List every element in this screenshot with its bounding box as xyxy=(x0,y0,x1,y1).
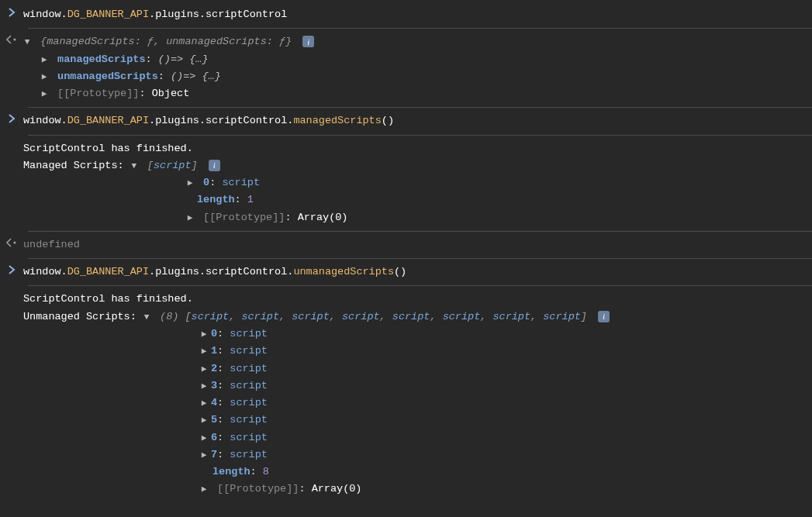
object-summary[interactable]: {managedScripts: ƒ, unmanagedScripts: ƒ}… xyxy=(23,33,803,50)
comma: , xyxy=(229,311,241,322)
property-key: managedScripts xyxy=(57,53,145,65)
comma: , xyxy=(480,311,492,322)
console-input[interactable]: window.DG_BANNER_API.plugins.scriptContr… xyxy=(23,264,812,281)
expand-toggle-icon[interactable] xyxy=(143,310,150,324)
console-input-row: window.DG_BANNER_API.plugins.scriptContr… xyxy=(0,5,812,25)
brace-open: { xyxy=(40,36,47,47)
array-prototype[interactable]: [[Prototype]]: Array(0) xyxy=(23,481,803,498)
log-array-line: Managed Scripts: [script] i xyxy=(23,157,803,174)
index-val: script xyxy=(230,363,268,374)
colon: : xyxy=(217,397,230,408)
expand-toggle-icon[interactable] xyxy=(200,431,208,445)
expand-toggle-icon[interactable] xyxy=(200,344,208,358)
colon: : xyxy=(217,432,230,443)
expand-toggle-icon[interactable] xyxy=(200,482,208,496)
log-array-line: Unmanaged Scripts: (8) [script, script, … xyxy=(23,308,803,326)
token-window: window xyxy=(23,9,61,20)
comma: , xyxy=(380,311,392,322)
info-icon[interactable]: i xyxy=(209,160,220,171)
proto-key: [[Prototype]] xyxy=(57,88,139,99)
expand-toggle-icon[interactable] xyxy=(200,396,208,410)
comma: , xyxy=(154,36,166,47)
comma: , xyxy=(430,311,442,322)
comma: , xyxy=(330,311,342,322)
expand-toggle-icon[interactable] xyxy=(200,327,208,341)
colon: : xyxy=(251,466,263,477)
object-property[interactable]: unmanagedScripts: ()=> {…} xyxy=(23,68,803,85)
info-icon[interactable]: i xyxy=(598,311,610,322)
index-val: script xyxy=(230,380,268,391)
proto-val: Object xyxy=(152,88,190,99)
prompt-icon xyxy=(0,112,23,123)
bracket-close: ] xyxy=(192,160,198,171)
token-method: managedScripts xyxy=(293,115,381,126)
console-log-row: ScriptControl has finished. Managed Scri… xyxy=(0,139,812,228)
length-key: length xyxy=(197,194,235,205)
expand-toggle-icon[interactable] xyxy=(200,379,208,393)
array-item[interactable]: 4: script xyxy=(23,395,803,412)
token-path: .plugins.scriptControl xyxy=(149,9,287,20)
prompt-icon xyxy=(0,264,23,274)
console-input[interactable]: window.DG_BANNER_API.plugins.scriptContr… xyxy=(23,112,812,129)
array-item[interactable]: 1: script xyxy=(23,343,803,360)
expand-toggle-icon[interactable] xyxy=(40,70,48,84)
array-item[interactable]: 7: script xyxy=(23,446,803,464)
dot: . xyxy=(61,115,67,126)
colon: : xyxy=(235,194,247,205)
array-item[interactable]: 6: script xyxy=(23,429,803,446)
divider xyxy=(28,107,812,108)
token-call: () xyxy=(382,115,394,126)
expand-toggle-icon[interactable] xyxy=(200,448,208,462)
dot: . xyxy=(61,9,67,20)
token-path: .plugins.scriptControl. xyxy=(149,266,293,277)
array-item-preview: script xyxy=(342,311,380,322)
expand-toggle-icon[interactable] xyxy=(40,53,48,67)
colon: : xyxy=(217,363,230,374)
array-item-preview: script xyxy=(192,311,230,322)
index-val: script xyxy=(230,414,268,426)
expand-toggle-icon[interactable] xyxy=(186,176,194,190)
colon: : xyxy=(146,53,158,65)
expand-toggle-icon[interactable] xyxy=(130,159,138,173)
array-item-preview: script xyxy=(492,311,530,322)
array-item[interactable]: 5: script xyxy=(23,412,803,429)
expand-toggle-icon[interactable] xyxy=(200,362,208,376)
expand-toggle-icon[interactable] xyxy=(23,35,31,49)
object-prototype[interactable]: [[Prototype]]: Object xyxy=(23,85,803,102)
array-prototype[interactable]: [[Prototype]]: Array(0) xyxy=(23,209,803,226)
object-property[interactable]: managedScripts: ()=> {…} xyxy=(23,51,803,68)
array-item-preview: script xyxy=(443,311,481,322)
expand-toggle-icon[interactable] xyxy=(200,413,208,427)
array-length: length: 1 xyxy=(23,191,803,209)
index-val: script xyxy=(230,345,268,357)
array-item[interactable]: 3: script xyxy=(23,377,803,395)
array-preview: script, script, script, script, script, … xyxy=(192,311,581,322)
svg-point-0 xyxy=(13,39,16,41)
console-input-row: window.DG_BANNER_API.plugins.scriptContr… xyxy=(0,262,812,282)
return-icon xyxy=(0,33,23,44)
index-val: script xyxy=(230,449,268,460)
empty-gutter xyxy=(0,291,23,292)
info-icon[interactable]: i xyxy=(302,36,314,47)
array-item[interactable]: 0: script xyxy=(23,326,803,343)
proto-val: Array(0) xyxy=(312,483,362,495)
colon: : xyxy=(217,328,230,339)
console-input-row: window.DG_BANNER_API.plugins.scriptContr… xyxy=(0,111,812,131)
bracket-close: ] xyxy=(581,311,587,322)
index-key: 0 xyxy=(203,177,209,188)
proto-key: [[Prototype]] xyxy=(203,212,285,223)
array-item[interactable]: 0: script xyxy=(23,174,803,191)
dot: . xyxy=(61,266,67,277)
return-icon xyxy=(0,236,23,247)
colon: : xyxy=(209,177,222,188)
log-text: ScriptControl has finished. xyxy=(23,140,803,157)
colon: : xyxy=(158,71,171,82)
expand-toggle-icon[interactable] xyxy=(186,211,194,225)
console-input[interactable]: window.DG_BANNER_API.plugins.scriptContr… xyxy=(23,6,812,23)
token-object: DG_BANNER_API xyxy=(67,266,149,277)
expand-toggle-icon[interactable] xyxy=(40,87,48,101)
summary-val: ƒ xyxy=(279,36,285,47)
svg-point-1 xyxy=(13,241,16,243)
comma: , xyxy=(279,311,292,322)
array-item[interactable]: 2: script xyxy=(23,360,803,377)
